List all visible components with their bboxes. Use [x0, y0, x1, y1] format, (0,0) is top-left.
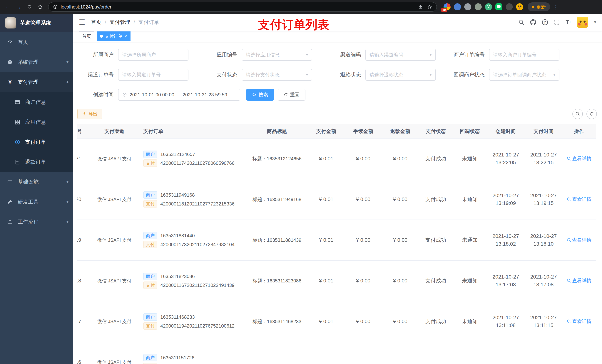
search-icon[interactable] — [518, 19, 524, 25]
font-size-icon[interactable]: TT — [566, 20, 571, 25]
sidebar-item-system[interactable]: 系统管理 ▾ — [0, 52, 73, 72]
browser-reload-button[interactable] — [24, 2, 34, 12]
github-icon[interactable] — [530, 19, 536, 25]
sidebar-item-home[interactable]: 首页 — [0, 32, 73, 52]
notify-status-select[interactable]: 请选择订单回调商户状态 ▾ — [489, 69, 559, 81]
help-icon[interactable] — [542, 19, 548, 25]
pay-status-select[interactable]: 请选择支付状态 ▾ — [242, 69, 312, 81]
cell-refund-amount: ¥ 0.00 — [382, 301, 419, 342]
cell-pay-time: 2021-10-27 13:18:10 — [525, 220, 562, 260]
browser-update-button[interactable]: 更新 — [527, 2, 550, 11]
cell-fee-amount — [345, 342, 382, 364]
tab-pay-order[interactable]: 支付订单 — [97, 31, 130, 41]
tab-close-icon[interactable] — [124, 34, 127, 39]
extension-icon-colorful[interactable]: 10 — [443, 3, 451, 10]
merchant-tag: 商户 — [143, 151, 157, 158]
merchant-input[interactable] — [118, 49, 188, 61]
chevron-down-icon: ▾ — [306, 52, 308, 57]
reset-button[interactable]: 重置 — [278, 89, 305, 101]
merchant-order-no-input[interactable] — [489, 49, 559, 61]
table-row: 116 微信 JSAPI 支付 商户 1635311151726 支付 — [77, 342, 596, 364]
extension-icon-emoji-face[interactable] — [516, 3, 523, 10]
cell-channel: 微信 JSAPI 支付 — [90, 342, 139, 364]
breadcrumb-home[interactable]: 首页 — [91, 19, 101, 26]
channel-order-no-input[interactable] — [118, 69, 188, 81]
browser-home-button[interactable] — [35, 2, 45, 12]
view-detail-link[interactable]: 查看详情 — [567, 318, 591, 325]
user-avatar[interactable] — [577, 17, 588, 28]
table-row: 121 微信 JSAPI 支付 商户 1635312124657 支付 4200… — [77, 138, 596, 179]
refresh-table-button[interactable] — [586, 109, 597, 119]
browser-back-button[interactable]: ← — [3, 2, 13, 12]
extension-icon-green-chat[interactable] — [495, 3, 502, 10]
avatar-caret-icon[interactable]: ▾ — [594, 20, 596, 25]
cell-create-time: 2021-10-27 13:22:05 — [487, 138, 525, 179]
table-row: 119 微信 JSAPI 支付 商户 1635311881440 支付 4200… — [77, 220, 596, 260]
chevron-down-icon: ▾ — [430, 72, 432, 77]
payment-submenu: 商户信息 应用信息 支付订单 退款订单 — [0, 92, 73, 172]
chevron-down-icon: ▾ — [553, 72, 555, 77]
cell-title: 标题：1635311823086 — [246, 260, 308, 301]
refund-status-select[interactable]: 请选择退款状态 ▾ — [366, 69, 436, 81]
pay-tag: 支付 — [143, 159, 157, 167]
yen-icon: ¥ — [7, 79, 13, 85]
cell-pay-amount: ¥ 0.01 — [308, 179, 345, 220]
export-button[interactable]: 导出 — [77, 109, 102, 119]
sidebar-item-app-info[interactable]: 应用信息 — [0, 112, 73, 132]
cell-pay-status: 支付成功 — [419, 301, 453, 342]
cell-channel: 微信 JSAPI 支付 — [90, 260, 139, 301]
extension-icon-sage[interactable] — [475, 3, 482, 10]
breadcrumb-section[interactable]: 支付管理 — [110, 19, 130, 26]
cell-notify-status: 未通知 — [453, 138, 487, 179]
sidebar-item-refund-order[interactable]: 退款订单 — [0, 152, 73, 172]
channel-code-select[interactable]: 请输入渠道编码 ▾ — [366, 49, 436, 61]
create-time-range-picker[interactable]: 2021-10-01 00:00:00 - 2021-10-31 23:59:5… — [118, 89, 240, 101]
sidebar: 芋道管理系统 首页 系统管理 ▾ ¥ 支付管理 ▾ 商户信息 应用信息 — [0, 14, 73, 364]
browser-forward-button[interactable]: → — [14, 2, 24, 12]
share-icon[interactable] — [418, 4, 423, 9]
sidebar-item-infra[interactable]: 基础设施 ▾ — [0, 172, 73, 192]
cell-pay-amount: ¥ 0.01 — [308, 138, 345, 179]
merchant-tag: 商户 — [143, 313, 157, 321]
sidebar-toggle-icon[interactable]: ☰ — [79, 18, 85, 26]
pay-tag: 支付 — [143, 322, 157, 330]
extension-icon-dark[interactable] — [506, 3, 513, 10]
sidebar-item-dev-tools[interactable]: 研发工具 ▾ — [0, 192, 73, 212]
sidebar-item-payment[interactable]: ¥ 支付管理 ▾ — [0, 72, 73, 92]
cell-fee-amount: ¥ 0.00 — [345, 179, 382, 220]
merchant-label: 所属商户 — [77, 51, 118, 58]
bookmark-star-icon[interactable] — [427, 4, 432, 9]
merchant-tag: 商户 — [143, 354, 157, 361]
toggle-search-button[interactable] — [572, 109, 583, 119]
sidebar-item-merchant-info[interactable]: 商户信息 — [0, 92, 73, 112]
sidebar-logo[interactable]: 芋道管理系统 — [0, 14, 73, 32]
sidebar-item-workflow[interactable]: 工作流程 ▾ — [0, 212, 73, 232]
extension-icon-blue[interactable] — [454, 3, 461, 10]
view-detail-link[interactable]: 查看详情 — [567, 196, 591, 203]
cell-create-time: 2021-10-27 13:18:02 — [487, 220, 525, 260]
chevron-down-icon: ▾ — [66, 60, 68, 64]
view-detail-link[interactable]: 查看详情 — [567, 277, 591, 284]
fullscreen-icon[interactable] — [554, 19, 560, 25]
search-button[interactable]: 搜索 — [246, 89, 274, 101]
top-navbar: ☰ 首页 / 支付管理 / 支付订单 TT ▾ — [73, 14, 602, 31]
extension-icon-gray[interactable] — [464, 3, 471, 10]
cell-actions — [562, 342, 596, 364]
view-detail-link[interactable]: 查看详情 — [567, 155, 591, 162]
extension-icon-vue-devtools[interactable] — [485, 3, 492, 10]
channel-code-label: 渠道编码 — [324, 51, 366, 58]
filter-form: 所属商户 应用编号 请选择应用信息 ▾ 渠道编码 请输入渠道编码 ▾ — [73, 42, 602, 109]
cell-id: 118 — [77, 260, 90, 301]
address-bar[interactable]: localhost:1024/pay/order — [48, 2, 437, 12]
chevron-down-icon: ▾ — [66, 219, 68, 224]
sidebar-item-pay-order[interactable]: 支付订单 — [0, 132, 73, 152]
date-end: 2021-10-31 23:59:59 — [183, 92, 227, 98]
cell-fee-amount: ¥ 0.00 — [345, 301, 382, 342]
pay-tag: 支付 — [143, 281, 157, 289]
create-time-label: 创建时间 — [77, 91, 118, 98]
browser-menu-icon[interactable]: ⋮ — [551, 4, 561, 10]
tab-home[interactable]: 首页 — [79, 31, 94, 41]
app-select[interactable]: 请选择应用信息 ▾ — [242, 49, 312, 61]
view-detail-link[interactable]: 查看详情 — [567, 237, 591, 243]
site-info-icon[interactable] — [53, 4, 58, 9]
